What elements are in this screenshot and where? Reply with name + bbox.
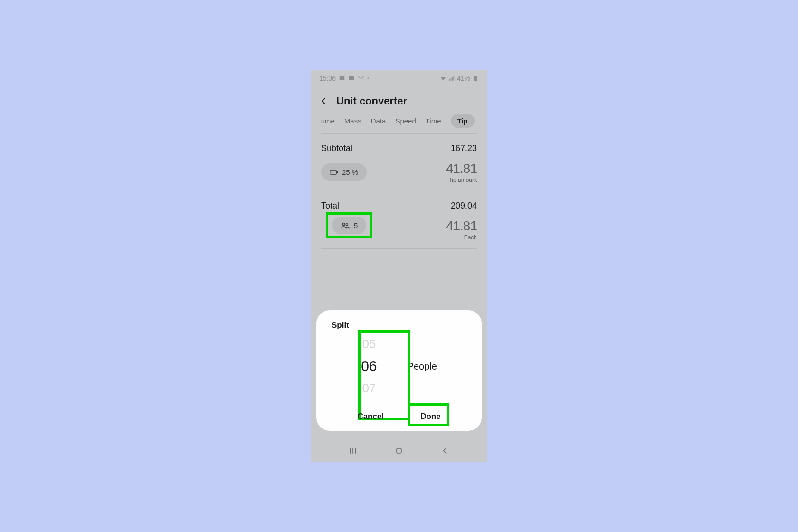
wifi-icon (440, 75, 446, 82)
each-amount: 41.81 (446, 218, 477, 234)
tab-speed[interactable]: Speed (395, 117, 416, 125)
highlight-done (408, 403, 449, 426)
image-icon (339, 75, 345, 82)
status-bar: 15:36 • 41% (311, 70, 487, 86)
home-icon[interactable] (394, 446, 404, 456)
people-icon (341, 222, 350, 229)
check-icon (348, 75, 355, 82)
phone-screen: 15:36 • 41% Unit converter olume Mass Da… (311, 70, 487, 462)
more-dot: • (367, 76, 369, 81)
tip-amount-label: Tip amount (446, 177, 477, 183)
tip-percent-chip[interactable]: 25 % (321, 163, 367, 181)
svg-rect-0 (340, 76, 345, 80)
tab-time[interactable]: Time (426, 117, 441, 125)
subtotal-value[interactable]: 167.23 (451, 143, 477, 153)
svg-rect-1 (349, 76, 354, 80)
tab-mass[interactable]: Mass (344, 117, 361, 125)
svg-point-5 (346, 223, 348, 225)
each-label: Each (446, 234, 477, 241)
unit-tabs: olume Mass Data Speed Time Tip (321, 114, 477, 134)
total-row: Total 209.04 (321, 191, 477, 214)
subtotal-label: Subtotal (321, 143, 352, 153)
back-nav-icon[interactable] (440, 446, 450, 456)
svg-point-4 (342, 223, 345, 225)
percent-icon (330, 169, 338, 176)
tab-data[interactable]: Data (371, 117, 386, 125)
back-icon[interactable] (319, 97, 328, 105)
tab-volume[interactable]: olume (321, 117, 335, 125)
battery-percent: 41% (457, 75, 470, 82)
tip-percent-value: 25 % (342, 168, 358, 176)
modal-title: Split (325, 321, 473, 330)
split-modal: Split 05 06 07 People Cancel Done (316, 310, 482, 431)
android-nav-bar (311, 439, 487, 462)
signal-icon (448, 75, 455, 82)
battery-icon (472, 75, 479, 82)
svg-rect-9 (397, 448, 401, 453)
total-label: Total (321, 201, 339, 211)
highlight-split: 5 (326, 212, 372, 238)
svg-rect-2 (474, 76, 477, 81)
split-people-value: 5 (354, 221, 358, 229)
page-title: Unit converter (336, 95, 407, 107)
each-row: 5 41.81 Each (321, 214, 477, 249)
cancel-button[interactable]: Cancel (344, 408, 397, 425)
action-divider (402, 411, 402, 422)
split-people-chip[interactable]: 5 (332, 217, 366, 234)
status-time: 15:36 (319, 75, 336, 82)
tip-row: 25 % 41.81 Tip amount (321, 156, 477, 191)
total-value: 209.04 (451, 201, 477, 211)
tab-tip[interactable]: Tip (451, 114, 475, 128)
mail-icon (358, 75, 364, 82)
tip-calculator: Subtotal 167.23 25 % 41.81 Tip amount To… (311, 134, 487, 249)
tip-amount: 41.81 (446, 161, 477, 176)
subtotal-row: Subtotal 167.23 (321, 134, 477, 156)
svg-rect-3 (330, 170, 337, 174)
recents-icon[interactable] (348, 446, 358, 456)
app-header: Unit converter (311, 86, 487, 114)
picker-unit-label: People (408, 361, 437, 372)
